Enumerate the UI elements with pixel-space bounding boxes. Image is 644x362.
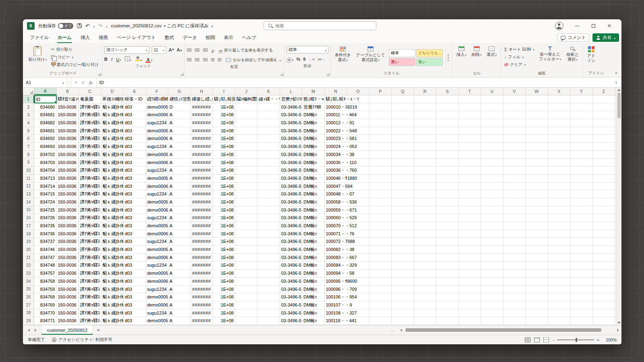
align-bottom-icon[interactable]: [203, 49, 208, 52]
cell-S28[interactable]: [436, 309, 459, 317]
cell-H18[interactable]: #######: [191, 230, 213, 238]
cell-V28[interactable]: [504, 309, 526, 317]
cell-P26[interactable]: [369, 293, 392, 301]
cell-W5[interactable]: [526, 127, 548, 135]
cell-D3[interactable]: 貂ｋ縲∫ｶｲ蝓・≧: [101, 111, 124, 119]
cell-W27[interactable]: [526, 301, 548, 309]
cell-J12[interactable]: [235, 183, 258, 191]
bold-button[interactable]: B: [104, 57, 107, 62]
cell-X21[interactable]: [548, 254, 571, 262]
ribbon-tab-ホーム[interactable]: ホーム: [53, 32, 76, 43]
cell-C27[interactable]: 譚ｱ莠ｬ驛ｽ: [79, 301, 101, 309]
wrap-text-button[interactable]: 折り返して全体を表示する: [218, 47, 274, 54]
cell-C12[interactable]: 譚ｱ莠ｬ驛ｽ: [79, 183, 101, 191]
cell-V29[interactable]: [504, 317, 526, 325]
cell-N7[interactable]: 100024・・053: [325, 143, 347, 151]
cell-B29[interactable]: 150-0036: [57, 317, 79, 325]
row-header-11[interactable]: 11: [23, 175, 34, 183]
align-right-icon[interactable]: [203, 58, 208, 62]
row-header-13[interactable]: 13: [23, 190, 34, 198]
cell-S11[interactable]: [436, 175, 459, 183]
cell-B5[interactable]: 150-0036: [57, 127, 79, 135]
cell-W22[interactable]: [526, 261, 548, 269]
cell-G3[interactable]: A: [168, 111, 191, 119]
cell-Y3[interactable]: [570, 111, 593, 119]
cell-Y22[interactable]: [570, 261, 593, 269]
cell-Y16[interactable]: [570, 214, 593, 222]
dialog-launcher-icon[interactable]: [98, 73, 101, 76]
cell-N11[interactable]: 100046・ｻ1880: [325, 175, 347, 183]
column-header-N[interactable]: N: [325, 88, 347, 95]
cell-J4[interactable]: [235, 119, 258, 127]
cell-M1[interactable]: 豁｣蟷ｸ・∝･ｳ蜿｣: [302, 95, 325, 103]
cell-U24[interactable]: [481, 278, 504, 286]
cell-Z28[interactable]: [593, 309, 615, 317]
cell-M17[interactable]: DM蜿ｯ: [302, 222, 325, 230]
row-header-27[interactable]: 27: [23, 301, 34, 309]
cell-N22[interactable]: 100084・・329: [325, 261, 347, 269]
cell-E16[interactable]: d03: [124, 214, 146, 222]
cell-S18[interactable]: [436, 230, 459, 238]
cell-P6[interactable]: [369, 135, 392, 143]
cell-D15[interactable]: 貂ｋ縲∫ｶｲ蝓・≧: [101, 206, 124, 214]
cell-F18[interactable]: demo0006: [146, 230, 169, 238]
cell-C21[interactable]: 譚ｱ莠ｬ驛ｽ: [79, 254, 101, 262]
cell-K25[interactable]: [258, 286, 280, 294]
cell-B23[interactable]: 150-0036: [57, 269, 79, 278]
cell-C24[interactable]: 譚ｱ莠ｬ驛ｽ: [79, 278, 101, 286]
cell-L12[interactable]: 03-3496-5: [280, 183, 303, 191]
page-layout-view-icon[interactable]: [534, 337, 540, 342]
cell-style-良い[interactable]: 良い: [416, 58, 443, 66]
cell-R11[interactable]: [414, 175, 437, 183]
new-sheet-button[interactable]: +: [93, 325, 103, 335]
zoom-slider-knob[interactable]: [576, 338, 577, 342]
cell-L1[interactable]: 荳樊ｧ郁ｿｽ蜉: [280, 95, 303, 103]
cell-W4[interactable]: [526, 119, 548, 127]
cell-P3[interactable]: [369, 111, 392, 119]
cell-B27[interactable]: 150-0036: [57, 301, 79, 309]
cell-style-どちらでも...[interactable]: どちらでも...: [416, 49, 443, 57]
cell-Q28[interactable]: [392, 309, 414, 317]
cell-H7[interactable]: #######: [191, 143, 213, 151]
column-header-W[interactable]: W: [526, 88, 548, 95]
cell-R13[interactable]: [414, 190, 437, 198]
cell-K1[interactable]: 縺ｨ縲・・ｳ: [258, 95, 280, 103]
cell-G20[interactable]: A: [168, 246, 191, 254]
cell-B20[interactable]: 150-0036: [57, 246, 79, 254]
cell-E20[interactable]: d03: [124, 246, 146, 254]
cell-X26[interactable]: [548, 293, 571, 301]
cell-H13[interactable]: #######: [191, 190, 213, 198]
cell-F8[interactable]: demo0005: [146, 151, 169, 159]
cell-W12[interactable]: [526, 183, 548, 191]
cell-T7[interactable]: [459, 143, 481, 151]
cell-V24[interactable]: [504, 278, 526, 286]
cell-L6[interactable]: 03-3496-5: [280, 135, 303, 143]
conditional-formatting-button[interactable]: 条件付き書式: [333, 45, 353, 70]
cell-H20[interactable]: #######: [191, 246, 213, 254]
cell-K20[interactable]: [258, 246, 280, 254]
cell-I26[interactable]: 1E+08: [213, 293, 235, 301]
cell-J6[interactable]: [235, 135, 258, 143]
cell-Q10[interactable]: [392, 167, 414, 175]
cell-N12[interactable]: 100047・594: [325, 183, 347, 191]
cell-C3[interactable]: 譚ｱ莠ｬ驛ｽ: [79, 111, 101, 119]
cell-U14[interactable]: [481, 198, 504, 206]
cell-R9[interactable]: [414, 159, 437, 167]
cell-U15[interactable]: [481, 206, 504, 214]
font-size-select[interactable]: 11: [152, 46, 166, 54]
merge-center-button[interactable]: セルを結合して中央揃え: [225, 57, 282, 64]
cell-T8[interactable]: [459, 151, 481, 159]
cell-V26[interactable]: [504, 293, 526, 301]
cell-X28[interactable]: [548, 309, 571, 317]
cell-L7[interactable]: 03-3496-5: [280, 143, 303, 151]
fill-button[interactable]: フィル: [503, 53, 536, 60]
cell-V12[interactable]: [504, 183, 526, 191]
cell-W21[interactable]: [526, 254, 548, 262]
cell-T18[interactable]: [459, 230, 481, 238]
cell-G28[interactable]: A: [168, 309, 191, 317]
cell-A22[interactable]: 834748: [34, 261, 57, 269]
cell-E24[interactable]: d03: [124, 278, 146, 286]
cell-J28[interactable]: [235, 309, 258, 317]
decrease-indent-icon[interactable]: [211, 58, 215, 62]
cell-E6[interactable]: d03: [124, 135, 146, 143]
